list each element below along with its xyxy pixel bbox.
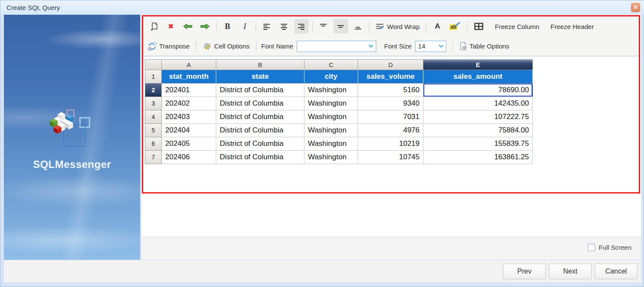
cancel-button[interactable]: Cancel bbox=[595, 264, 638, 279]
align-left-button[interactable] bbox=[260, 19, 274, 33]
font-size-value: 14 bbox=[418, 42, 426, 50]
data-cell-b2[interactable]: District of Columbia bbox=[216, 84, 304, 97]
data-cell-c2[interactable]: Washington bbox=[304, 84, 358, 97]
data-cell-c4[interactable]: Washington bbox=[304, 110, 358, 124]
italic-button[interactable]: I bbox=[238, 19, 252, 33]
dialog-window: Create SQL Query ✕ SQLM bbox=[0, 0, 644, 287]
freeze-column-button[interactable]: Freeze Column bbox=[492, 19, 542, 33]
align-center-button[interactable] bbox=[277, 19, 291, 33]
transpose-button[interactable]: Transpose bbox=[147, 39, 192, 53]
cell-options-button[interactable]: Cell Options bbox=[200, 39, 252, 53]
column-header-a[interactable]: A bbox=[162, 60, 216, 70]
data-cell-d3[interactable]: 9340 bbox=[358, 97, 423, 110]
highlight-button[interactable]: ab bbox=[447, 19, 463, 33]
row-header-4[interactable]: 4 bbox=[145, 110, 162, 124]
data-cell-b3[interactable]: District of Columbia bbox=[216, 97, 304, 110]
toolbar-separator bbox=[426, 22, 426, 31]
close-icon[interactable]: ✕ bbox=[631, 3, 640, 12]
field-header-cell[interactable]: sales_volume bbox=[358, 70, 423, 84]
editor-panel: ✖ B bbox=[141, 15, 641, 260]
font-color-button[interactable]: A bbox=[430, 19, 444, 33]
corner-select-all-cell[interactable] bbox=[145, 60, 162, 70]
data-cell-a5[interactable]: 202404 bbox=[162, 124, 216, 137]
data-cell-a6[interactable]: 202405 bbox=[162, 137, 216, 151]
word-wrap-label: Word Wrap bbox=[387, 23, 420, 30]
column-header-e[interactable]: E bbox=[423, 60, 533, 70]
freeze-header-button[interactable]: Freeze Header bbox=[548, 19, 596, 33]
align-right-button[interactable] bbox=[295, 19, 308, 33]
add-page-button[interactable] bbox=[147, 19, 161, 33]
font-size-select[interactable]: 14 bbox=[415, 41, 446, 52]
toolbar-separator bbox=[467, 22, 468, 31]
row-header-7[interactable]: 7 bbox=[145, 151, 162, 164]
field-header-cell[interactable]: sales_amount bbox=[423, 70, 533, 84]
toolbar-separator bbox=[196, 42, 196, 51]
column-header-b[interactable]: B bbox=[216, 60, 304, 70]
row-header-5[interactable]: 5 bbox=[145, 124, 162, 137]
next-button[interactable]: Next bbox=[549, 264, 592, 279]
data-cell-d4[interactable]: 7031 bbox=[358, 110, 423, 124]
data-cell-d6[interactable]: 10219 bbox=[358, 137, 423, 151]
data-cell-e6[interactable]: 155839.75 bbox=[423, 137, 533, 151]
full-screen-checkbox[interactable] bbox=[588, 244, 595, 251]
data-cell-a2[interactable]: 202401 bbox=[162, 84, 216, 97]
data-cell-b4[interactable]: District of Columbia bbox=[216, 110, 304, 124]
toolbar-row-1: ✖ B bbox=[147, 16, 639, 36]
data-cell-c3[interactable]: Washington bbox=[304, 97, 358, 110]
align-left-icon bbox=[263, 23, 270, 30]
field-header-cell[interactable]: stat_month bbox=[162, 70, 216, 84]
fullscreen-bar: Full Screen bbox=[141, 237, 641, 260]
move-right-button[interactable] bbox=[198, 19, 212, 33]
valign-middle-icon bbox=[337, 23, 344, 30]
delete-row-button[interactable]: ✖ bbox=[164, 19, 178, 33]
column-header-d[interactable]: D bbox=[358, 60, 423, 70]
word-wrap-button[interactable]: Word Wrap bbox=[373, 19, 422, 33]
full-screen-toggle[interactable]: Full Screen bbox=[588, 244, 631, 251]
bold-icon: B bbox=[225, 22, 230, 31]
bold-button[interactable]: B bbox=[221, 19, 234, 33]
table-options-button[interactable]: Table Options bbox=[457, 39, 512, 53]
data-cell-b5[interactable]: District of Columbia bbox=[216, 124, 304, 137]
cell-options-label: Cell Options bbox=[214, 42, 250, 50]
data-cell-c7[interactable]: Washington bbox=[304, 151, 358, 164]
selected-cell-e2[interactable]: 78690.00 bbox=[423, 84, 533, 97]
field-header-cell[interactable]: city bbox=[304, 70, 358, 84]
freeze-header-label: Freeze Header bbox=[551, 23, 594, 30]
data-cell-a4[interactable]: 202403 bbox=[162, 110, 216, 124]
toolbar-row-2: Transpose Cell Options Font Name bbox=[147, 36, 639, 56]
font-name-select[interactable] bbox=[297, 41, 376, 52]
data-cell-c5[interactable]: Washington bbox=[304, 124, 358, 137]
table-options-icon bbox=[459, 42, 467, 51]
row-header-2[interactable]: 2 bbox=[145, 84, 162, 97]
valign-top-button[interactable] bbox=[317, 19, 330, 33]
align-right-icon bbox=[298, 23, 305, 30]
transpose-label: Transpose bbox=[159, 42, 189, 50]
font-size-label: Font Size bbox=[384, 42, 411, 50]
data-cell-b6[interactable]: District of Columbia bbox=[216, 137, 304, 151]
data-cell-b7[interactable]: District of Columbia bbox=[216, 151, 304, 164]
highlight-icon: ab bbox=[449, 23, 461, 30]
data-cell-e7[interactable]: 163861.25 bbox=[423, 151, 533, 164]
data-cell-d2[interactable]: 5160 bbox=[358, 84, 423, 97]
valign-bottom-button[interactable] bbox=[351, 19, 365, 33]
freeze-button[interactable] bbox=[471, 19, 486, 33]
data-cell-d5[interactable]: 4976 bbox=[358, 124, 423, 137]
dialog-footer: Prev Next Cancel bbox=[4, 260, 641, 282]
row-header-1[interactable]: 1 bbox=[145, 70, 162, 84]
column-header-c[interactable]: C bbox=[304, 60, 358, 70]
move-left-button[interactable] bbox=[180, 19, 195, 33]
valign-middle-button[interactable] bbox=[334, 19, 348, 33]
row-header-6[interactable]: 6 bbox=[145, 137, 162, 151]
freeze-panes-icon bbox=[474, 23, 484, 30]
data-cell-a7[interactable]: 202406 bbox=[162, 151, 216, 164]
row-header-3[interactable]: 3 bbox=[145, 97, 162, 110]
data-cell-e5[interactable]: 75884.00 bbox=[423, 124, 533, 137]
data-cell-c6[interactable]: Washington bbox=[304, 137, 358, 151]
data-cell-e4[interactable]: 107222.75 bbox=[423, 110, 533, 124]
data-cell-e3[interactable]: 142435.00 bbox=[423, 97, 533, 110]
data-cell-a3[interactable]: 202402 bbox=[162, 97, 216, 110]
field-header-cell[interactable]: state bbox=[216, 70, 304, 84]
prev-button[interactable]: Prev bbox=[503, 264, 546, 279]
sidebar-branding-panel: SQLMessenger bbox=[4, 15, 140, 260]
data-cell-d7[interactable]: 10745 bbox=[358, 151, 423, 164]
